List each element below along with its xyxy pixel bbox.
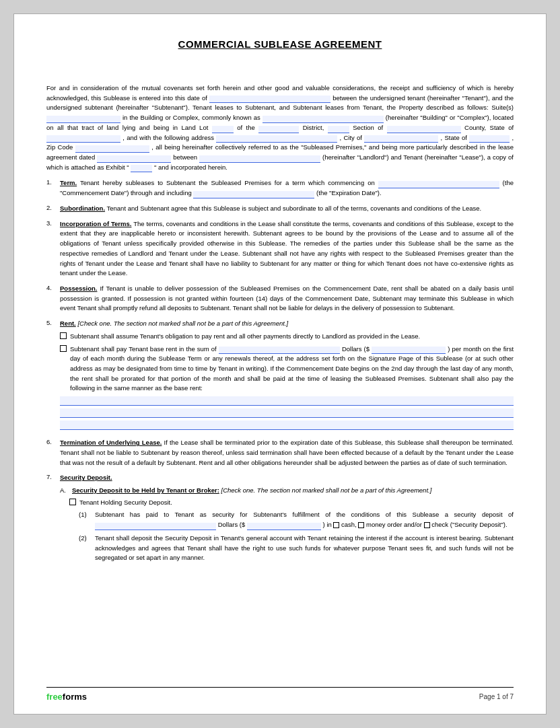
intro-text-3: in the Building or Complex, commonly kno… [123,114,260,121]
intro-text-5: of the [237,124,255,131]
rent-cb2-pre: Subtenant shall pay Tenant base rent in … [70,345,217,353]
rent-checkbox-1-item: Subtenant shall assume Tenant's obligati… [60,332,514,342]
state-blank-1[interactable] [46,135,120,143]
money-order-checkbox[interactable] [358,522,364,528]
commencement-date-blank[interactable] [378,181,499,188]
brand-forms: forms [63,692,87,702]
city-blank[interactable] [364,135,438,143]
brand-free: free [46,692,63,702]
sub-para-2-text: Tenant shall deposit the Security Deposi… [95,534,514,561]
exhibit-blank[interactable] [131,165,152,172]
section-7-num: 7. [46,473,57,567]
land-lot-blank[interactable] [212,126,234,133]
intro-text-7: Section of [353,124,383,131]
section-7-label: Security Deposit. [60,474,112,481]
money-order-label: money order and/or [366,521,422,528]
intro-text-16: " and incorporated herein. [154,163,228,171]
section-5: 5. Rent. [Check one. The section not mar… [46,319,514,433]
footer: freeforms Page 1 of 7 [46,687,514,702]
section-6-num: 6. [46,438,57,468]
intro-text-8: County, State of [464,124,514,131]
rent-cb2-mid: Dollars ($ [342,345,370,353]
security-deposit-amount-blank[interactable] [95,523,216,530]
section-7-content: Security Deposit. A. Security Deposit to… [60,473,514,567]
section-1: 1. Term. Tenant hereby subleases to Subt… [46,178,514,198]
landlord-blank[interactable] [199,155,320,163]
expiration-date-blank[interactable] [193,191,314,198]
sub-a-body: Tenant Holding Security Deposit. (1) Sub… [69,498,514,563]
rent-extra-lines [60,396,514,430]
intro-text-6: District, [303,124,324,131]
sub-paras: (1) Subtenant has paid to Tenant as secu… [79,510,514,563]
section-5-label: Rent. [60,320,76,327]
security-deposit-dollars-blank[interactable] [247,523,321,530]
tenant-holding-checkbox-item: Tenant Holding Security Deposit. [69,498,514,508]
sub-a-header: A. Security Deposit to be Held by Tenant… [60,486,514,496]
rent-checkbox-2-text: Subtenant shall pay Tenant base rent in … [70,344,514,394]
section-6-label: Termination of Underlying Lease. [60,439,162,446]
district-of-blank[interactable] [258,126,299,133]
building-name-blank[interactable] [262,116,384,123]
section-2-content: Subordination. Tenant and Subtenant agre… [60,204,514,214]
section-5-italic: [Check one. The section not marked shall… [77,320,288,327]
sub-para-2-num: (2) [79,534,92,563]
rent-amount-blank[interactable] [219,347,340,354]
zip-blank[interactable] [75,145,149,153]
sub-para-1: (1) Subtenant has paid to Tenant as secu… [79,510,514,530]
check-checkbox[interactable] [424,522,430,528]
check-label: check ("Security Deposit"). [431,521,507,528]
section-5-num: 5. [46,319,57,433]
lease-date-blank[interactable] [97,155,171,163]
sub-para-1-text-pre: Subtenant has paid to Tenant as security… [95,511,514,518]
tenant-holding-checkbox[interactable] [69,499,76,505]
section-1-text: Tenant hereby subleases to Subtenant the… [80,179,375,186]
section-1-text-3: (the "Expiration Date"). [316,189,382,196]
intro-text-14: between [173,153,197,161]
date-blank[interactable] [209,96,330,103]
rent-checkbox-1[interactable] [60,332,67,339]
section-4-text: If Tenant is unable to deliver possessio… [60,285,514,312]
county-blank[interactable] [387,126,461,133]
cash-checkbox[interactable] [333,522,339,528]
sub-para-2-content: Tenant shall deposit the Security Deposi… [95,534,514,563]
sub-para-1-content: Subtenant has paid to Tenant as security… [95,510,514,530]
section-1-content: Term. Tenant hereby subleases to Subtena… [60,178,514,198]
section-7: 7. Security Deposit. A. Security Deposit… [46,473,514,567]
rent-blank-line-1 [60,396,514,406]
section-6: 6. Termination of Underlying Lease. If t… [46,438,514,468]
section-4-num: 4. [46,284,57,314]
section-3: 3. Incorporation of Terms. The terms, co… [46,219,514,279]
document-title: COMMERCIAL SUBLEASE AGREEMENT [46,38,514,50]
section-blank[interactable] [328,126,349,133]
section-4-label: Possession. [60,285,97,292]
sub-para-1-mid: ) in [323,521,332,528]
section-3-content: Incorporation of Terms. The terms, coven… [60,219,514,279]
section-2: 2. Subordination. Tenant and Subtenant a… [46,204,514,214]
document-page: COMMERCIAL SUBLEASE AGREEMENT For and in… [13,13,547,715]
section-5-content: Rent. [Check one. The section not marked… [60,319,514,433]
sub-a-title: Security Deposit to be Held by Tenant or… [72,486,219,494]
sub-para-2: (2) Tenant shall deposit the Security De… [79,534,514,563]
rent-dollars-blank[interactable] [372,347,446,354]
sub-para-1-num: (1) [79,510,92,530]
tenant-holding-label: Tenant Holding Security Deposit. [79,498,514,508]
suites-blank[interactable] [46,116,120,123]
brand: freeforms [46,692,87,702]
rent-checkbox-2[interactable] [60,345,67,352]
section-1-num: 1. [46,178,57,198]
rent-checkbox-1-text: Subtenant shall assume Tenant's obligati… [70,332,514,342]
address-blank[interactable] [216,135,337,143]
section-2-text: Tenant and Subtenant agree that this Sub… [107,205,482,212]
intro-text-10: , City of [340,134,362,141]
intro-text-9: , and with the following address [123,134,214,141]
section-1-label: Term. [60,179,77,186]
cash-label: cash, [341,521,357,528]
section-2-label: Subordination. [60,205,105,212]
section-2-num: 2. [46,204,57,214]
section-3-text: The terms, covenants and conditions in t… [60,220,514,277]
sub-a-content: Security Deposit to be Held by Tenant or… [72,486,431,496]
state-blank-2[interactable] [469,135,510,143]
sub-a-italic: [Check one. The section not marked shall… [221,486,432,494]
section-6-content: Termination of Underlying Lease. If the … [60,438,514,468]
rent-checkbox-2-item: Subtenant shall pay Tenant base rent in … [60,344,514,394]
